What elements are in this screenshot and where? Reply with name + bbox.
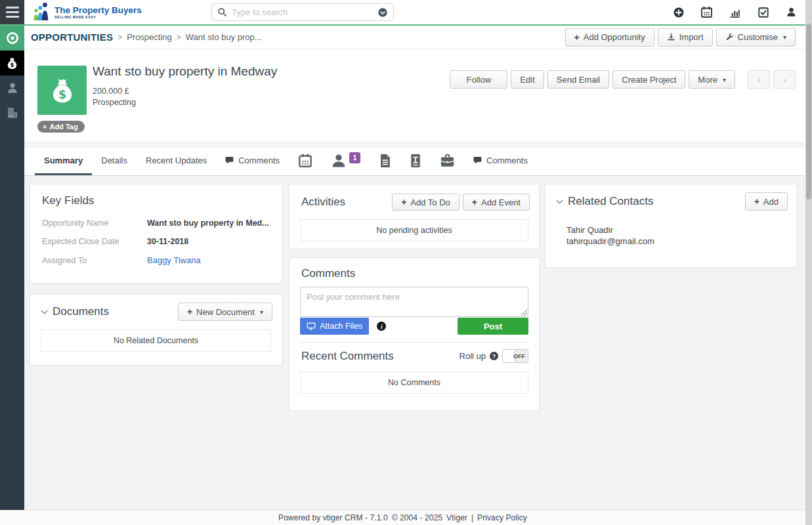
vtiger-crm-window: The Property Buyers SELLING MADE EASY — [0, 0, 812, 525]
next-record-button[interactable]: › — [773, 70, 796, 89]
rollup-toggle[interactable]: OFF — [502, 349, 528, 363]
sidebar-item-opportunities[interactable]: $ — [0, 51, 24, 75]
tab-summary[interactable]: Summary — [35, 148, 92, 175]
caret-down-icon: ▾ — [260, 308, 263, 316]
breadcrumb-parent[interactable]: Prospecting — [127, 32, 172, 42]
tab-comments[interactable]: Comments — [216, 148, 289, 175]
hamburger-menu-icon[interactable] — [0, 0, 24, 24]
vtiger-link[interactable]: Vtiger — [446, 513, 467, 522]
rollup-label: Roll up — [459, 351, 486, 361]
collapse-chevron-icon[interactable] — [41, 307, 48, 314]
user-profile-icon[interactable] — [785, 6, 798, 18]
tab-quotes[interactable] — [400, 148, 431, 175]
tasks-check-icon[interactable] — [757, 6, 769, 18]
organization-building-icon — [6, 106, 19, 119]
opportunity-stage: Prospecting — [93, 98, 136, 107]
breadcrumb-separator: > — [118, 33, 122, 42]
activities-empty-message: No pending activities — [300, 219, 528, 242]
tab-projects[interactable] — [431, 148, 464, 175]
record-tabs: Summary Details Recent Updates Comments … — [24, 148, 805, 176]
reports-chart-icon[interactable] — [729, 6, 741, 18]
attach-files-button[interactable]: Attach Files — [300, 318, 369, 335]
list-action-buttons: + Add Opportunity Import Customise ▾ — [565, 28, 796, 47]
global-search[interactable] — [211, 3, 394, 21]
recent-comments-title: Recent Comments — [301, 350, 394, 363]
contact-name[interactable]: Tahir Quadir — [566, 225, 797, 235]
collapse-chevron-icon[interactable] — [557, 197, 563, 203]
caret-down-icon: ▾ — [723, 76, 726, 83]
divider — [300, 342, 528, 343]
money-bag-icon: $ — [48, 76, 77, 105]
plus-icon: + — [472, 198, 477, 207]
add-event-button[interactable]: + Add Event — [463, 194, 530, 211]
tab-recent-updates[interactable]: Recent Updates — [137, 148, 216, 175]
follow-button[interactable]: Follow — [450, 70, 507, 89]
recent-comments-header: Recent Comments Roll up ? OFF — [289, 349, 539, 363]
customise-button[interactable]: Customise ▾ — [716, 28, 796, 47]
field-row-expected-close-date: Expected Close Date 30-11-2018 — [30, 232, 282, 251]
add-todo-button[interactable]: + Add To Do — [392, 194, 459, 211]
breadcrumb-module[interactable]: OPPORTUNITIES — [31, 32, 113, 43]
key-fields-title: Key Fields — [42, 194, 270, 207]
person-icon — [331, 153, 347, 169]
tab-documents[interactable] — [370, 148, 400, 175]
comments-empty-message: No Comments — [300, 371, 528, 394]
sidebar-item-contacts[interactable] — [0, 75, 24, 100]
related-contacts-card: Related Contacts + Add Tahir Quadir tahi… — [545, 184, 798, 268]
opportunity-amount: 200.000 £ — [93, 87, 129, 96]
calendar-icon[interactable] — [700, 6, 713, 18]
documents-empty-message: No Related Documents — [41, 329, 271, 352]
send-email-button[interactable]: Send Email — [547, 70, 609, 89]
contacts-count-badge: 1 — [349, 152, 360, 163]
search-icon — [217, 7, 227, 17]
contact-person-icon — [6, 81, 19, 94]
field-row-assigned-to: Assigned To Baggy Tiwana — [30, 251, 282, 270]
field-row-opportunity-name: Opportunity Name Want sto buy property i… — [30, 214, 282, 232]
record-header: $ Want sto buy property in Medway 200.00… — [24, 49, 805, 142]
comment-input-area — [300, 287, 528, 317]
wrench-icon — [725, 33, 734, 41]
logo-people-icon — [31, 2, 51, 22]
activities-card: Activities + Add To Do + Add Event No pe… — [289, 184, 540, 249]
more-button[interactable]: More ▾ — [689, 70, 735, 89]
search-scope-chevron-icon[interactable] — [377, 7, 388, 18]
add-contact-button[interactable]: + Add — [745, 192, 788, 211]
previous-record-button[interactable]: ‹ — [748, 70, 770, 89]
briefcase-icon — [440, 154, 455, 168]
create-project-button[interactable]: Create Project — [612, 70, 685, 89]
quick-create-plus-icon[interactable] — [672, 6, 685, 18]
brand-tagline: SELLING MADE EASY — [54, 15, 142, 19]
search-input[interactable] — [232, 7, 373, 17]
comment-bubble-icon — [473, 156, 482, 165]
import-button[interactable]: Import — [658, 28, 713, 47]
app-footer: Powered by vtiger CRM - 7.1.0 © 2004 - 2… — [0, 510, 805, 525]
privacy-policy-link[interactable]: Privacy Policy — [477, 513, 527, 522]
edit-button[interactable]: Edit — [511, 70, 544, 89]
app-sidebar: $ — [0, 26, 24, 510]
breadcrumb-separator: > — [177, 33, 181, 42]
scrollbar-thumb[interactable] — [806, 24, 811, 200]
bullseye-icon — [5, 31, 20, 45]
post-comment-button[interactable]: Post — [458, 318, 528, 335]
contact-list-item: Tahir Quadir tahirquadir@gmail.com — [545, 211, 797, 246]
company-logo[interactable]: The Property Buyers SELLING MADE EASY — [31, 2, 142, 22]
add-tag-button[interactable]: + Add Tag — [37, 121, 85, 133]
tab-details[interactable]: Details — [92, 148, 137, 175]
tab-activities-calendar[interactable] — [289, 148, 322, 175]
tab-comments-2[interactable]: Comments — [464, 148, 537, 175]
sidebar-item-dashboard[interactable] — [0, 26, 24, 51]
assigned-to-link[interactable]: Baggy Tiwana — [147, 255, 201, 265]
sidebar-item-organizations[interactable] — [0, 100, 24, 125]
help-icon[interactable]: ? — [490, 352, 498, 360]
vertical-scrollbar[interactable] — [805, 0, 812, 525]
breadcrumb-current: Want sto buy prop... — [186, 32, 262, 42]
comments-title: Comments — [301, 267, 528, 280]
tab-contacts[interactable]: 1 — [322, 148, 370, 175]
contact-email: tahirquadir@gmail.com — [566, 236, 797, 246]
key-fields-card: Key Fields Opportunity Name Want sto buy… — [30, 184, 282, 284]
opportunity-avatar: $ — [37, 66, 87, 115]
new-document-button[interactable]: + New Document ▾ — [178, 303, 272, 321]
info-icon[interactable]: i — [377, 322, 386, 331]
add-opportunity-button[interactable]: + Add Opportunity — [565, 28, 654, 47]
comment-textarea[interactable] — [300, 287, 528, 317]
